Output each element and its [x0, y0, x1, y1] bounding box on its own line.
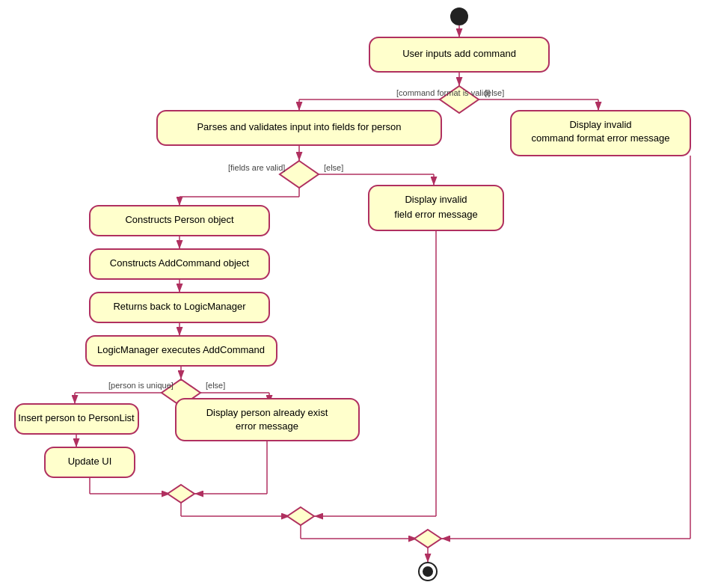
person-exists-label1: Display person already exist	[206, 407, 328, 418]
end-node-inner	[423, 566, 433, 577]
diamond-merge2	[287, 507, 314, 525]
update-ui-label: Update UI	[68, 456, 112, 467]
label-fields-valid: [fields are valid]	[228, 163, 285, 172]
label-else2: [else]	[324, 163, 343, 172]
diagram-container: User inputs add command [command format …	[0, 0, 718, 588]
invalid-cmd-label1: Display invalid	[569, 119, 631, 130]
invalid-field-box	[369, 186, 503, 230]
invalid-field-label1: Display invalid	[405, 194, 467, 205]
logic-executes-label: LogicManager executes AddCommand	[97, 344, 265, 355]
diamond-fields-valid	[280, 161, 319, 188]
invalid-field-label2: field error message	[394, 209, 477, 220]
person-exists-label2: error message	[236, 420, 298, 432]
diamond-merge3	[414, 530, 441, 548]
returns-logic-label: Returns back to LogicManager	[113, 301, 246, 312]
person-exists-box	[176, 399, 359, 441]
construct-person-label: Constructs Person object	[125, 214, 234, 225]
label-person-unique: [person is unique]	[108, 381, 174, 390]
start-node	[450, 7, 468, 25]
label-else3: [else]	[206, 381, 225, 390]
insert-person-label: Insert person to PersonList	[18, 412, 135, 423]
user-input-label: User inputs add command	[402, 48, 516, 59]
diamond-merge1	[168, 485, 194, 503]
label-else1: [else]	[485, 88, 504, 97]
invalid-cmd-label2: command format error message	[532, 132, 670, 144]
parse-validate-label: Parses and validates input into fields f…	[197, 121, 401, 132]
label-command-valid: [command format is valid]	[396, 88, 490, 97]
construct-addcmd-label: Constructs AddCommand object	[110, 257, 250, 269]
